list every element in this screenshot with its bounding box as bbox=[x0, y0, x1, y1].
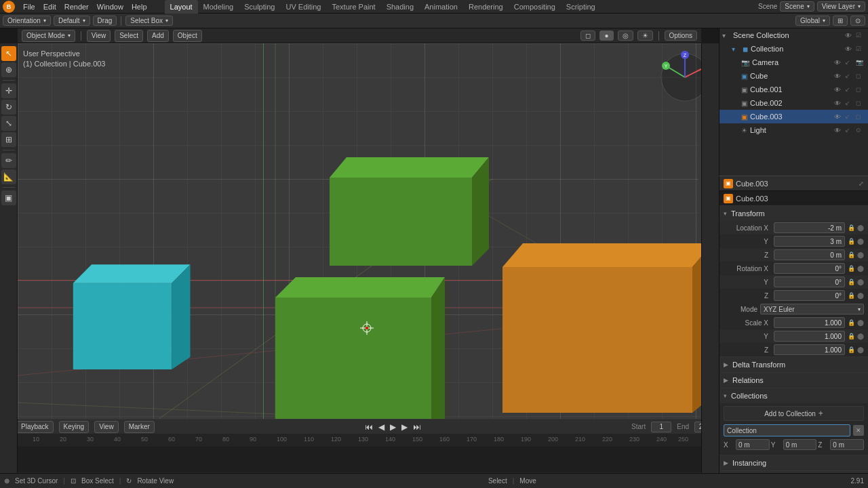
rotation-x-field[interactable]: 0° bbox=[774, 263, 845, 274]
jump-start-btn[interactable]: ⏮ bbox=[365, 422, 373, 432]
collections-section-header[interactable]: ▾ Collections bbox=[719, 388, 868, 403]
rotation-y-anim[interactable]: ⬤ bbox=[857, 279, 864, 285]
transform-tool[interactable]: ⊞ bbox=[1, 132, 16, 147]
menu-file[interactable]: File bbox=[19, 0, 39, 14]
start-frame-field[interactable]: 1 bbox=[651, 422, 671, 432]
workspace-rendering[interactable]: Rendering bbox=[463, 0, 509, 14]
cube-vis-icon[interactable]: 👁 bbox=[834, 73, 844, 80]
rotation-x-anim[interactable]: ⬤ bbox=[857, 265, 864, 272]
rotation-mode-select[interactable]: XYZ Euler ▾ bbox=[760, 304, 864, 314]
select-menu[interactable]: Select bbox=[115, 30, 143, 42]
cube002-sel-icon[interactable]: ↙ bbox=[845, 100, 854, 106]
light-vis-icon[interactable]: 👁 bbox=[834, 127, 844, 134]
transform-section-header[interactable]: ▾ Transform bbox=[719, 206, 868, 221]
workspace-uv[interactable]: UV Editing bbox=[280, 0, 326, 14]
keying-menu[interactable]: Keying bbox=[59, 421, 90, 433]
view-menu[interactable]: View bbox=[87, 30, 111, 42]
cube003-sel-icon[interactable]: ↙ bbox=[845, 113, 854, 120]
outliner-item-camera[interactable]: 📷 Camera 👁 ↙ 📷 bbox=[719, 56, 868, 69]
rotate-tool[interactable]: ↻ bbox=[1, 100, 16, 115]
scale-z-field[interactable]: 1.000 bbox=[774, 344, 845, 355]
collection-remove-btn[interactable]: ✕ bbox=[853, 425, 864, 436]
scene-selector[interactable]: Scene ▾ bbox=[780, 1, 814, 12]
collection-name-field[interactable]: Collection bbox=[724, 424, 850, 436]
orientation-selector[interactable]: Orientation▾ bbox=[3, 16, 51, 26]
jump-end-btn[interactable]: ⏭ bbox=[413, 422, 421, 432]
scale-y-anim[interactable]: ⬤ bbox=[857, 333, 864, 340]
workspace-modeling[interactable]: Modeling bbox=[198, 0, 239, 14]
wireframe-mode[interactable]: ◻ bbox=[580, 30, 595, 41]
menu-help[interactable]: Help bbox=[127, 0, 151, 14]
layer-selector[interactable]: Default▾ bbox=[54, 16, 90, 26]
outliner-scene-collection[interactable]: ▾ Scene Collection 👁 ☑ bbox=[719, 28, 868, 42]
location-y-lock[interactable]: 🔒 bbox=[848, 238, 854, 245]
move-tool[interactable]: ✛ bbox=[1, 83, 16, 98]
menu-render[interactable]: Render bbox=[60, 0, 93, 14]
workspace-animation[interactable]: Animation bbox=[419, 0, 463, 14]
collection-z-val[interactable]: 0 m bbox=[830, 439, 864, 450]
workspace-layout[interactable]: Layout bbox=[165, 0, 198, 14]
timeline-view-menu[interactable]: View bbox=[94, 421, 119, 433]
pivot-selector[interactable]: Global▾ bbox=[795, 16, 830, 26]
play-btn[interactable]: ▶ bbox=[390, 422, 396, 432]
3d-cursor[interactable] bbox=[360, 321, 374, 335]
collection-vis-icon[interactable]: 👁 bbox=[845, 45, 854, 53]
add-menu[interactable]: Add bbox=[147, 30, 169, 42]
scale-y-field[interactable]: 1.000 bbox=[774, 331, 845, 342]
location-y-anim[interactable]: ⬤ bbox=[857, 238, 864, 245]
delta-transform-header[interactable]: ▶ Delta Transform bbox=[719, 357, 868, 372]
rotation-z-anim[interactable]: ⬤ bbox=[857, 292, 864, 299]
drag-btn[interactable]: Drag bbox=[93, 16, 117, 26]
scene-checkbox-icon[interactable]: ☑ bbox=[856, 32, 865, 39]
location-z-field[interactable]: 0 m bbox=[774, 249, 845, 260]
workspace-sculpting[interactable]: Sculpting bbox=[239, 0, 280, 14]
collection-exclude-icon[interactable]: ☑ bbox=[856, 45, 865, 52]
outliner-item-cube002[interactable]: ▣ Cube.002 👁 ↙ ◻ bbox=[719, 96, 868, 110]
location-z-anim[interactable]: ⬤ bbox=[857, 251, 864, 258]
outliner-item-cube003[interactable]: ▣ Cube.003 👁 ↙ ◻ bbox=[719, 110, 868, 123]
outliner-item-light[interactable]: ☀ Light 👁 ↙ ⊙ bbox=[719, 123, 868, 137]
location-x-field[interactable]: -2 m bbox=[774, 222, 845, 233]
menu-window[interactable]: Window bbox=[93, 0, 127, 14]
camera-render-icon[interactable]: 📷 bbox=[856, 59, 865, 66]
scene-visibility-icon[interactable]: 👁 bbox=[845, 32, 854, 39]
scale-z-anim[interactable]: ⬤ bbox=[857, 346, 864, 353]
cube-render-icon[interactable]: ◻ bbox=[856, 73, 865, 79]
camera-sel-icon[interactable]: ↙ bbox=[845, 59, 854, 66]
instancing-header[interactable]: ▶ Instancing bbox=[719, 455, 868, 470]
add-to-collection-btn[interactable]: Add to Collection + bbox=[724, 406, 864, 421]
object-mode-selector[interactable]: Object Mode▾ bbox=[22, 30, 75, 42]
scale-x-anim[interactable]: ⬤ bbox=[857, 319, 864, 326]
blender-logo[interactable]: B bbox=[3, 1, 15, 13]
marker-menu[interactable]: Marker bbox=[124, 421, 155, 433]
3d-viewport[interactable]: User Perspective (1) Collection | Cube.0… bbox=[18, 43, 719, 473]
measure-tool[interactable]: 📐 bbox=[1, 169, 16, 184]
proportional-btn[interactable]: ⊙ bbox=[850, 16, 865, 26]
solid-mode[interactable]: ● bbox=[599, 30, 613, 41]
workspace-shading[interactable]: Shading bbox=[381, 0, 419, 14]
cube003-vis-icon[interactable]: 👁 bbox=[834, 113, 844, 121]
collection-x-val[interactable]: 0 m bbox=[736, 439, 770, 450]
cube002-render-icon[interactable]: ◻ bbox=[856, 100, 865, 106]
menu-edit[interactable]: Edit bbox=[39, 0, 60, 14]
cube001-vis-icon[interactable]: 👁 bbox=[834, 86, 844, 94]
scale-y-lock[interactable]: 🔒 bbox=[848, 333, 854, 340]
select-box-btn[interactable]: Select Box▾ bbox=[125, 16, 173, 26]
location-x-anim[interactable]: ⬤ bbox=[857, 224, 864, 231]
location-z-lock[interactable]: 🔒 bbox=[848, 251, 854, 258]
rotation-y-field[interactable]: 0° bbox=[774, 277, 845, 287]
object-menu[interactable]: Object bbox=[173, 30, 202, 42]
rotation-z-lock[interactable]: 🔒 bbox=[848, 292, 854, 299]
workspace-compositing[interactable]: Compositing bbox=[509, 0, 561, 14]
relations-section-header[interactable]: ▶ Relations bbox=[719, 373, 868, 388]
add-cube-tool[interactable]: ▣ bbox=[1, 190, 16, 205]
options-btn[interactable]: Options bbox=[665, 30, 697, 41]
scale-tool[interactable]: ⤡ bbox=[1, 116, 16, 131]
next-frame-btn[interactable]: ▶ bbox=[401, 422, 408, 432]
material-mode[interactable]: ◎ bbox=[618, 30, 633, 41]
scale-z-lock[interactable]: 🔒 bbox=[848, 346, 854, 353]
cube001-sel-icon[interactable]: ↙ bbox=[845, 86, 854, 93]
prev-frame-btn[interactable]: ◀ bbox=[378, 422, 384, 432]
rendered-mode[interactable]: ☀ bbox=[637, 30, 653, 41]
camera-vis-icon[interactable]: 👁 bbox=[834, 59, 844, 66]
